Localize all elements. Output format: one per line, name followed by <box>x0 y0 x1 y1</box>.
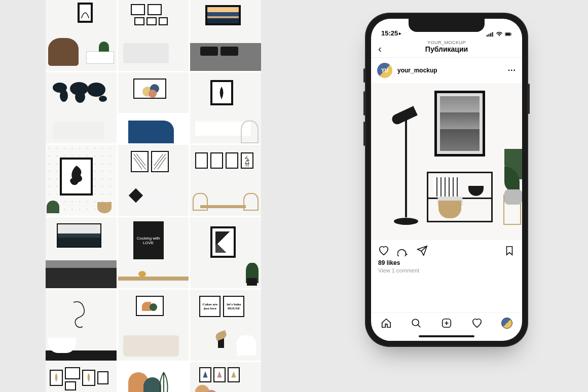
svg-point-4 <box>87 83 105 97</box>
nav-header: ‹ YOUR_MOCKUP Публикации <box>371 38 522 58</box>
nav-activity-icon[interactable] <box>471 318 483 329</box>
grid-tile[interactable] <box>46 217 117 288</box>
post-meta: 89 likes View 1 comment <box>371 259 522 279</box>
svg-marker-8 <box>232 371 236 377</box>
back-icon[interactable]: ‹ <box>378 43 382 55</box>
grid-tile[interactable] <box>190 0 261 71</box>
phone-mockup: 15:25 ▸ ‹ YOUR_MOCKUP Публикации YU your… <box>365 13 528 347</box>
home-indicator[interactable] <box>371 332 522 341</box>
svg-point-16 <box>413 319 419 326</box>
svg-rect-11 <box>490 33 491 36</box>
grid-tile[interactable] <box>118 362 189 392</box>
battery-icon <box>505 31 512 37</box>
grid-tile[interactable] <box>190 72 261 143</box>
svg-point-3 <box>75 91 85 103</box>
svg-rect-9 <box>487 35 488 37</box>
grid-tile[interactable] <box>190 362 261 392</box>
status-play-icon: ▸ <box>399 31 401 36</box>
svg-marker-7 <box>217 371 222 377</box>
image-grid: Cooking with LOVE Cakes are just love le… <box>46 0 261 392</box>
grid-tile[interactable] <box>46 72 117 143</box>
nav-home-icon[interactable] <box>381 318 392 329</box>
grid-tile[interactable] <box>190 217 261 288</box>
frame-text: Cakes are just love <box>202 299 217 314</box>
frame-text: let's bake HOUSE <box>226 299 241 314</box>
grid-tile[interactable] <box>46 145 117 216</box>
grid-tile[interactable] <box>46 362 117 392</box>
nav-subtitle: YOUR_MOCKUP <box>371 40 522 45</box>
grid-tile[interactable] <box>46 290 117 361</box>
nav-profile-icon[interactable] <box>501 318 512 329</box>
framed-photo <box>434 91 485 156</box>
grid-tile[interactable] <box>118 290 189 361</box>
status-time: 15:25 <box>381 29 398 37</box>
bottom-nav <box>371 312 522 332</box>
svg-rect-15 <box>511 33 511 35</box>
nav-new-post-icon[interactable] <box>441 318 452 329</box>
post-header: YU your_mockup ··· <box>371 58 522 83</box>
svg-rect-10 <box>489 34 490 36</box>
floor-lamp <box>390 106 418 126</box>
grid-tile[interactable]: Cooking with LOVE <box>118 217 189 288</box>
chalkboard-text: Cooking with LOVE <box>133 221 164 259</box>
signal-icon <box>487 31 494 37</box>
view-comments[interactable]: View 1 comment <box>378 267 515 273</box>
grid-tile[interactable]: Cakes are just love let's bake HOUSE <box>190 290 261 361</box>
nav-search-icon[interactable] <box>411 318 422 329</box>
grid-tile[interactable] <box>190 145 261 216</box>
grid-tile[interactable] <box>46 0 117 71</box>
svg-rect-12 <box>492 32 493 37</box>
post-image[interactable] <box>371 83 522 240</box>
grid-tile[interactable] <box>118 0 189 71</box>
share-icon[interactable] <box>417 245 428 256</box>
likes-count[interactable]: 89 likes <box>378 259 515 266</box>
grid-tile[interactable] <box>118 145 189 216</box>
svg-point-5 <box>99 96 107 102</box>
shelf-unit <box>427 172 493 222</box>
svg-rect-14 <box>505 33 510 35</box>
more-icon[interactable]: ··· <box>508 66 516 75</box>
svg-point-1 <box>60 90 68 102</box>
avatar[interactable]: YU <box>377 63 392 78</box>
post-actions <box>371 240 522 259</box>
phone-notch <box>409 19 485 32</box>
comment-icon[interactable] <box>397 245 409 256</box>
post-username[interactable]: your_mockup <box>397 67 503 74</box>
grid-tile[interactable] <box>118 72 189 143</box>
like-icon[interactable] <box>378 245 389 256</box>
wifi-icon <box>496 31 503 37</box>
nav-title: Публикации <box>371 45 522 53</box>
bookmark-icon[interactable] <box>504 245 515 256</box>
svg-marker-6 <box>203 371 208 377</box>
